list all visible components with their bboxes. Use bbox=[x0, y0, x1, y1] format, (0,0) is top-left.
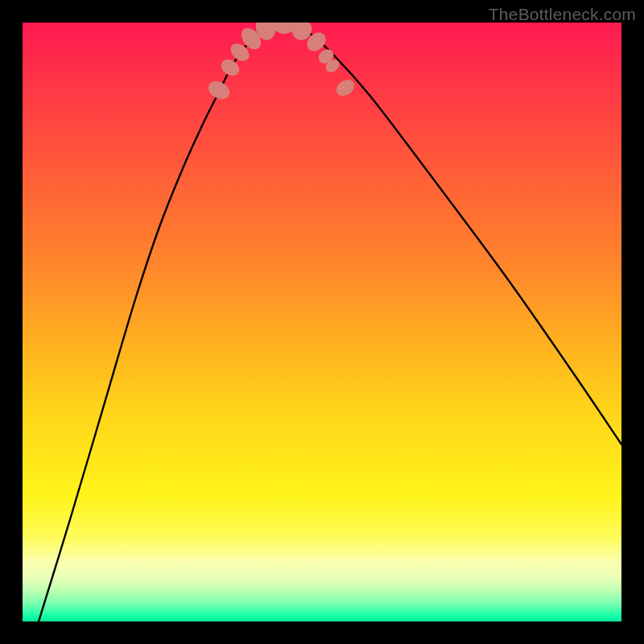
outer-frame: TheBottleneck.com bbox=[0, 0, 644, 644]
curve-markers bbox=[205, 23, 357, 102]
curve-marker bbox=[333, 76, 357, 100]
bottleneck-curve bbox=[39, 24, 621, 621]
curve-layer bbox=[23, 23, 621, 621]
curve-marker bbox=[273, 23, 295, 34]
watermark-text: TheBottleneck.com bbox=[489, 5, 636, 24]
curve-marker bbox=[205, 78, 233, 103]
plot-area bbox=[23, 23, 621, 621]
